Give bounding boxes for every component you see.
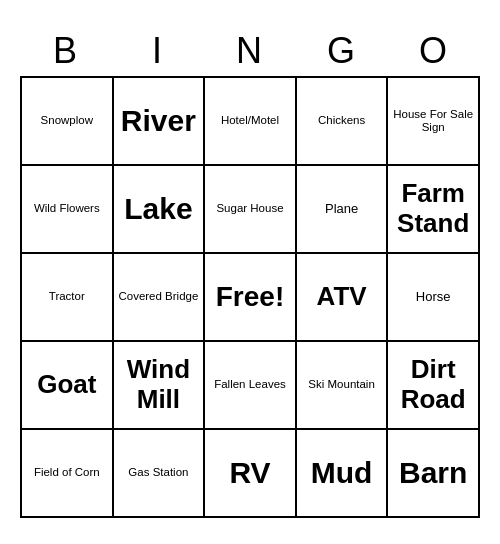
- bingo-cell: RV: [205, 430, 297, 518]
- bingo-cell: Snowplow: [22, 78, 114, 166]
- bingo-cell: Lake: [114, 166, 206, 254]
- bingo-card: BINGO SnowplowRiverHotel/MotelChickensHo…: [20, 26, 480, 518]
- bingo-header: BINGO: [20, 26, 480, 76]
- bingo-cell: Chickens: [297, 78, 389, 166]
- header-letter: G: [296, 26, 388, 76]
- bingo-cell: Fallen Leaves: [205, 342, 297, 430]
- bingo-cell: Hotel/Motel: [205, 78, 297, 166]
- bingo-cell: Covered Bridge: [114, 254, 206, 342]
- header-letter: O: [388, 26, 480, 76]
- bingo-cell: Free!: [205, 254, 297, 342]
- bingo-cell: ATV: [297, 254, 389, 342]
- bingo-cell: Ski Mountain: [297, 342, 389, 430]
- bingo-cell: Wind Mill: [114, 342, 206, 430]
- bingo-cell: Barn: [388, 430, 480, 518]
- bingo-cell: Plane: [297, 166, 389, 254]
- bingo-cell: Gas Station: [114, 430, 206, 518]
- header-letter: B: [20, 26, 112, 76]
- bingo-cell: Goat: [22, 342, 114, 430]
- bingo-cell: Mud: [297, 430, 389, 518]
- header-letter: I: [112, 26, 204, 76]
- bingo-cell: Tractor: [22, 254, 114, 342]
- bingo-cell: Field of Corn: [22, 430, 114, 518]
- bingo-cell: Dirt Road: [388, 342, 480, 430]
- bingo-cell: Sugar House: [205, 166, 297, 254]
- bingo-cell: Horse: [388, 254, 480, 342]
- bingo-cell: Wild Flowers: [22, 166, 114, 254]
- bingo-cell: Farm Stand: [388, 166, 480, 254]
- header-letter: N: [204, 26, 296, 76]
- bingo-grid: SnowplowRiverHotel/MotelChickensHouse Fo…: [20, 76, 480, 518]
- bingo-cell: House For Sale Sign: [388, 78, 480, 166]
- bingo-cell: River: [114, 78, 206, 166]
